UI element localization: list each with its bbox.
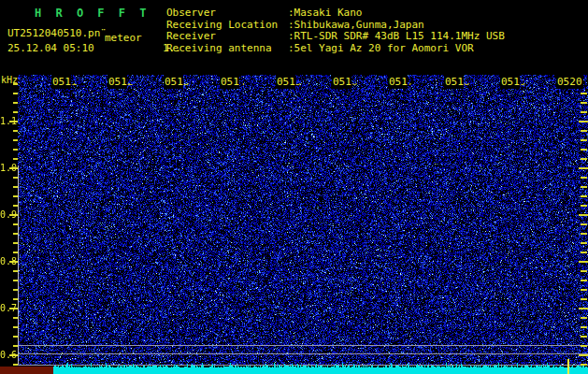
time-label-head: 051 [444,75,464,89]
time-tick-label: 0511 [51,76,78,88]
freq-tick-label: 0.6 [0,350,16,360]
time-tick-label: 0518 [444,76,470,88]
time-tick-label: 0519 [500,76,526,88]
freq-tick-label: 1.0 [0,163,16,173]
hrofft-window: H R O F F T UT2512040510.pn¨ meteor 25.1… [0,0,588,374]
time-tick-label: 0517 [388,76,414,88]
time-label-head: 051 [276,75,295,89]
time-label-last-digit: 6 [351,76,358,88]
time-label-last-digit: 7 [408,76,414,88]
time-tick-label: 0515 [276,76,302,88]
time-label-last-digit: 3 [183,76,190,88]
time-tick-label: 0516 [332,76,358,88]
time-label-last-digit: 9 [520,76,526,88]
time-label-head: 051 [332,75,351,89]
time-axis-labels: 0511051205130514051505160517051805190520 [0,0,588,122]
time-label-last-digit: 1 [71,76,78,88]
time-tick-label: 0514 [220,76,246,88]
time-label-head: 052 [556,75,576,89]
time-label-head: 051 [220,75,239,89]
freq-tick-label: 0.9 [0,209,16,220]
time-label-head: 051 [108,75,127,89]
time-label-last-digit: 4 [239,76,246,88]
time-label-head: 051 [51,75,71,89]
time-label-last-digit: 0 [576,75,583,89]
freq-tick-label: 0.8 [0,256,16,266]
time-tick-label: 0520 [556,76,583,88]
time-label-last-digit: 5 [295,76,302,88]
freq-tick-label: 0.7 [0,303,16,313]
time-label-head: 051 [388,75,408,89]
time-tick-label: 0512 [108,76,134,88]
time-label-head: 051 [500,75,520,89]
time-tick-label: 0513 [164,76,190,88]
time-label-last-digit: 8 [464,76,470,88]
time-label-head: 051 [164,75,183,89]
time-label-last-digit: 2 [127,76,134,88]
